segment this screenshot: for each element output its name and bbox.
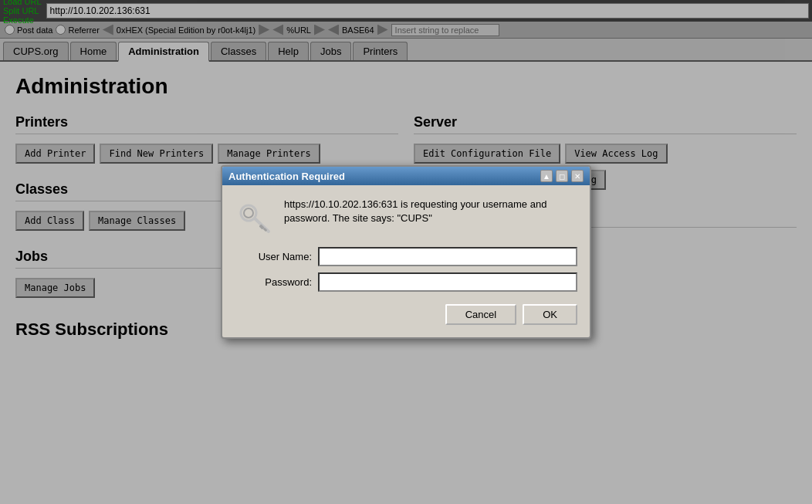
svg-point-1 xyxy=(244,208,253,218)
dialog-message-text: https://10.10.202.136:631 is requesting … xyxy=(284,198,577,225)
dialog-close-button[interactable]: ✕ xyxy=(571,170,584,182)
ok-button[interactable]: OK xyxy=(523,304,577,325)
password-label: Password: xyxy=(235,276,312,288)
dialog-maximize-button[interactable]: ▲ xyxy=(540,170,553,182)
cancel-button[interactable]: Cancel xyxy=(445,304,516,325)
username-label: User Name: xyxy=(235,251,312,262)
auth-dialog: Authentication Required ▲ ◻ ✕ https://10… xyxy=(221,165,591,339)
dialog-title: Authentication Required xyxy=(228,171,345,182)
dialog-overlay: Authentication Required ▲ ◻ ✕ https://10… xyxy=(0,0,812,504)
dialog-buttons: Cancel OK xyxy=(235,304,577,325)
dialog-body: https://10.10.202.136:631 is requesting … xyxy=(222,185,590,337)
password-input[interactable] xyxy=(318,272,577,292)
dialog-form: User Name: Password: xyxy=(235,247,577,292)
dialog-icon-message: https://10.10.202.136:631 is requesting … xyxy=(235,198,577,235)
dialog-titlebar: Authentication Required ▲ ◻ ✕ xyxy=(222,167,590,185)
key-icon xyxy=(235,198,272,235)
dialog-restore-button[interactable]: ◻ xyxy=(556,170,568,182)
username-input[interactable] xyxy=(318,247,577,266)
dialog-controls: ▲ ◻ ✕ xyxy=(540,170,584,182)
